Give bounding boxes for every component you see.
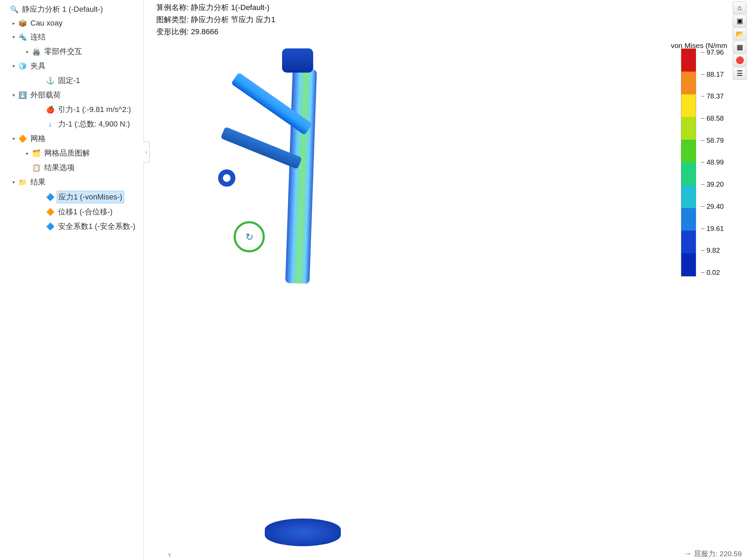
- legend-labels: 97.9688.1778.3768.5858.7948.9939.2029.40…: [696, 48, 724, 277]
- model-geometry: [282, 48, 313, 73]
- graphics-viewport[interactable]: ‹ 算例名称: 静应力分析 1(-Default-) 图解类型: 静应力分析 节…: [143, 0, 748, 560]
- legend-value: 48.99: [707, 158, 724, 166]
- info-label: 算例名称:: [156, 3, 189, 12]
- legend-segment: [681, 72, 696, 94]
- tree-component-interaction[interactable]: ▸ 🖨️ 零部件交互: [1, 44, 142, 59]
- rotate-cursor-icon: ↻: [234, 221, 265, 252]
- tree-fixtures[interactable]: ▾ 🧊 夹具: [1, 59, 142, 73]
- legend-value: 29.40: [707, 203, 724, 211]
- layout-button[interactable]: ▦: [733, 41, 747, 53]
- legend-tick: 78.37: [701, 92, 724, 100]
- interaction-icon: 🖨️: [32, 47, 41, 56]
- yield-strength-indicator: → 屈服力: 220.59: [684, 549, 742, 559]
- tree-result-options[interactable]: 📋 结果选项: [1, 160, 142, 175]
- tree-label: 外部载荷: [29, 89, 62, 101]
- legend-tick: 68.58: [701, 114, 724, 122]
- displacement-plot-icon: 🔶: [46, 207, 55, 216]
- legend-tick: 97.96: [701, 48, 724, 56]
- tree-study-root[interactable]: 🔍 静应力分析 1 (-Default-): [1, 2, 142, 17]
- gravity-icon: 🍎: [46, 105, 55, 114]
- legend-value: 78.37: [707, 92, 724, 100]
- legend-tick: 9.82: [701, 246, 724, 254]
- tree-label: 安全系数1 (-安全系数-): [57, 221, 137, 232]
- yield-value: 220.59: [720, 550, 742, 558]
- tick-mark-icon: [701, 96, 704, 96]
- fixtures-icon: 🧊: [18, 62, 27, 71]
- connections-icon: 🔩: [18, 32, 27, 41]
- tree-mesh-quality[interactable]: ▸ 🗂️ 网格品质图解: [1, 146, 142, 160]
- tick-mark-icon: [701, 140, 704, 141]
- legend-segment: [681, 162, 696, 185]
- tree-stress-result[interactable]: 🔷 应力1 (-vonMises-): [1, 189, 142, 205]
- tree-displacement-result[interactable]: 🔶 位移1 (-合位移-): [1, 205, 142, 219]
- caret-down-icon: ▾: [11, 35, 16, 39]
- list-options-icon: ☰: [737, 69, 743, 77]
- legend-tick: 29.40: [701, 203, 724, 211]
- tree-force[interactable]: ↓ 力-1 (:总数: 4,900 N:): [1, 117, 142, 131]
- appearance-button[interactable]: 🔴: [733, 54, 747, 66]
- legend-segment: [681, 185, 696, 208]
- tree-label: 连结: [29, 31, 47, 43]
- arrow-right-icon: →: [684, 549, 692, 558]
- study-icon: 🔍: [10, 5, 19, 14]
- tick-mark-icon: [701, 74, 704, 75]
- tree-label: Cau xoay: [29, 18, 64, 28]
- home-view-button[interactable]: ⌂: [733, 1, 747, 14]
- folder-open-icon: 📂: [736, 30, 744, 38]
- force-icon: ↓: [46, 120, 55, 129]
- tree-part[interactable]: ▸ 📦 Cau xoay: [1, 17, 142, 30]
- tick-mark-icon: [701, 228, 704, 229]
- tree-mesh[interactable]: ▾ 🔶 网格: [1, 131, 142, 146]
- tree-external-loads[interactable]: ▾ ⬇️ 外部载荷: [1, 88, 142, 102]
- legend-value: 19.61: [707, 225, 724, 233]
- tree-label: 位移1 (-合位移-): [57, 206, 114, 218]
- legend-color-bar: [681, 48, 696, 277]
- legend-value: 0.02: [707, 269, 720, 277]
- tree-label: 网格品质图解: [43, 147, 91, 159]
- caret-down-icon: ▾: [11, 93, 16, 97]
- axis-y-label: Y: [168, 552, 171, 558]
- cube-icon: ▣: [737, 17, 743, 25]
- iso-view-button[interactable]: ▣: [733, 15, 747, 27]
- model-display[interactable]: ↻: [161, 28, 668, 557]
- model-geometry: [218, 169, 235, 187]
- tree-connections[interactable]: ▾ 🔩 连结: [1, 30, 142, 44]
- open-file-button[interactable]: 📂: [733, 28, 747, 40]
- rotate-arrow-icon: ↻: [245, 231, 253, 243]
- tree-label: 固定-1: [57, 75, 82, 86]
- mesh-icon: 🔶: [18, 134, 27, 143]
- legend-value: 97.96: [707, 48, 724, 56]
- stress-plot-icon: 🔷: [46, 193, 55, 202]
- simulation-tree[interactable]: 🔍 静应力分析 1 (-Default-) ▸ 📦 Cau xoay ▾ 🔩 连…: [0, 0, 143, 560]
- legend-segment: [681, 208, 696, 231]
- home-icon: ⌂: [738, 4, 742, 12]
- legend-segment: [681, 94, 696, 117]
- tree-label: 网格: [29, 133, 47, 144]
- caret-down-icon: ▾: [11, 136, 16, 141]
- tree-gravity[interactable]: 🍎 引力-1 (:-9.81 m/s^2:): [1, 102, 142, 117]
- caret-down-icon: ▾: [11, 180, 16, 185]
- tick-mark-icon: [701, 250, 704, 251]
- heads-up-toolbar: ⌂ ▣ 📂 ▦ 🔴 ☰: [733, 1, 747, 80]
- layout-icon: ▦: [737, 43, 743, 51]
- caret-down-icon: ▾: [11, 64, 16, 68]
- tree-fos-result[interactable]: 🔷 安全系数1 (-安全系数-): [1, 219, 142, 234]
- tree-fixture-1[interactable]: ⚓ 固定-1: [1, 73, 142, 88]
- legend-segment: [681, 253, 696, 276]
- list-options-button[interactable]: ☰: [733, 67, 747, 80]
- color-legend[interactable]: 97.9688.1778.3768.5858.7948.9939.2029.40…: [681, 48, 724, 277]
- legend-segment: [681, 117, 696, 140]
- tick-mark-icon: [701, 162, 704, 162]
- panel-splitter-handle[interactable]: ‹: [143, 142, 150, 162]
- tree-label: 结果选项: [43, 162, 76, 174]
- axis-gizmo: Y: [168, 552, 171, 558]
- tree-results[interactable]: ▾ 📁 结果: [1, 175, 142, 189]
- model-geometry: [285, 69, 317, 284]
- tick-mark-icon: [701, 184, 704, 185]
- tree-label: 应力1 (-vonMises-): [57, 191, 124, 203]
- tree-label: 结果: [29, 176, 47, 188]
- model-geometry: [265, 519, 341, 546]
- legend-value: 88.17: [707, 71, 724, 78]
- anchor-icon: ⚓: [46, 76, 55, 85]
- legend-tick: 39.20: [701, 180, 724, 188]
